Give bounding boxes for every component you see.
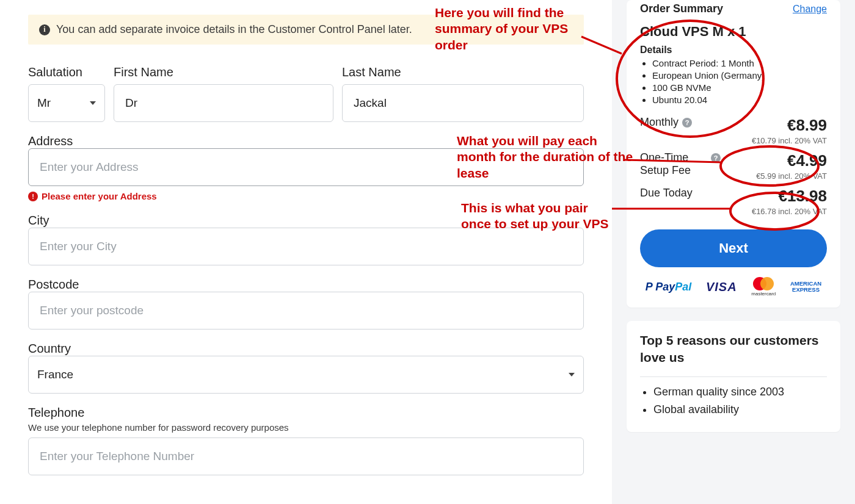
postcode-label: Postcode	[28, 278, 79, 291]
error-icon: !	[28, 192, 38, 201]
monthly-label: Monthly	[640, 116, 679, 129]
change-link[interactable]: Change	[793, 4, 827, 15]
product-name: Cloud VPS M x 1	[640, 24, 827, 40]
payment-logos: P PayPal VISA mastercard AMERICAN EXPRES…	[640, 277, 827, 297]
city-label: City	[28, 214, 49, 227]
chevron-down-icon	[90, 101, 96, 105]
details-heading: Details	[640, 45, 827, 56]
reason-item: Global availability	[653, 403, 827, 416]
telephone-helper: We use your telephone number for passwor…	[28, 422, 584, 433]
help-icon[interactable]: ?	[682, 118, 692, 128]
salutation-dropdown[interactable]: Mr	[28, 84, 105, 122]
invoice-notice: i You can add separate invoice details i…	[28, 15, 584, 45]
address-label: Address	[28, 134, 73, 148]
country-value: France	[37, 368, 73, 381]
order-summary-card: Order Summary Change Cloud VPS M x 1 Det…	[627, 0, 840, 308]
mastercard-logo: mastercard	[751, 277, 776, 297]
salutation-label: Salutation	[28, 65, 105, 79]
first-name-input[interactable]	[114, 84, 333, 122]
details-list: Contract Period: 1 Month European Union …	[640, 58, 827, 105]
first-name-label: First Name	[114, 65, 333, 79]
setup-price: €4.99	[756, 151, 827, 170]
reasons-card: Top 5 reasons our customers love us Germ…	[627, 321, 840, 432]
reason-item: German quality since 2003	[653, 386, 827, 398]
country-label: Country	[28, 342, 71, 355]
address-input[interactable]	[28, 148, 584, 186]
info-icon: i	[39, 24, 50, 35]
reasons-title: Top 5 reasons our customers love us	[640, 332, 827, 367]
paypal-logo: P PayPal	[646, 281, 691, 293]
telephone-label: Telephone	[28, 406, 84, 419]
address-error: ! Please enter your Address	[28, 191, 584, 201]
monthly-vat: €10.79 incl. 20% VAT	[752, 136, 827, 145]
due-today-label: Due Today	[640, 187, 693, 200]
detail-item: European Union (Germany)	[652, 70, 827, 81]
due-today-price: €13.98	[752, 187, 827, 206]
detail-item: Ubuntu 20.04	[652, 95, 827, 105]
last-name-input[interactable]	[342, 84, 584, 122]
salutation-value: Mr	[37, 96, 51, 110]
address-error-text: Please enter your Address	[42, 191, 157, 201]
city-input[interactable]	[28, 228, 584, 265]
last-name-label: Last Name	[342, 65, 584, 79]
postcode-input[interactable]	[28, 292, 584, 329]
help-icon[interactable]: ?	[711, 153, 721, 163]
divider	[640, 376, 827, 377]
setup-vat: €5.99 incl. 20% VAT	[756, 171, 827, 181]
reasons-list: German quality since 2003 Global availab…	[640, 386, 827, 416]
setup-label: One-Time Setup Fee	[640, 151, 707, 177]
detail-item: Contract Period: 1 Month	[652, 58, 827, 68]
chevron-down-icon	[569, 373, 575, 376]
visa-logo: VISA	[706, 280, 737, 294]
notice-text: You can add separate invoice details in …	[56, 23, 412, 36]
order-summary-heading: Order Summary	[640, 2, 723, 15]
detail-item: 100 GB NVMe	[652, 82, 827, 93]
due-today-vat: €16.78 incl. 20% VAT	[752, 207, 827, 216]
country-dropdown[interactable]: France	[28, 356, 584, 394]
next-button[interactable]: Next	[640, 229, 827, 267]
monthly-price: €8.99	[752, 116, 827, 135]
telephone-input[interactable]	[28, 437, 584, 475]
amex-logo: AMERICAN EXPRESS	[790, 281, 821, 293]
